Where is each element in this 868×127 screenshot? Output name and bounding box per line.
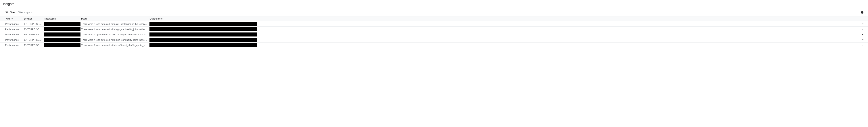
cell-type: Performance: [5, 38, 23, 41]
cell-reservation: [44, 27, 81, 31]
cell-location: ENTERPRISE…: [24, 38, 43, 41]
cell-explore: [150, 43, 257, 47]
cell-detail: There were 4 jobs detected with high_car…: [81, 38, 149, 41]
cell-type: Performance: [5, 23, 23, 25]
redacted-block: [150, 27, 257, 31]
cell-reservation: [44, 22, 81, 26]
cell-explore: [150, 27, 257, 31]
sort-asc-icon: [11, 18, 13, 20]
filter-icon: [5, 11, 8, 14]
help-icon[interactable]: [861, 11, 864, 14]
cell-type: Performance: [5, 44, 23, 46]
table-row: Performance ENTERPRISE… There were 4 job…: [0, 37, 868, 42]
cell-location: ENTERPRISE…: [24, 33, 43, 36]
cell-detail: There were 6 jobs detected with slot_con…: [81, 23, 149, 25]
redacted-block: [150, 43, 257, 47]
table-row: Performance ENTERPRISE… There were 6 job…: [0, 21, 868, 27]
cell-type: Performance: [5, 33, 23, 36]
cell-location: ENTERPRISE…: [24, 28, 43, 31]
cell-location: ENTERPRISE…: [24, 44, 43, 46]
redacted-block: [44, 22, 81, 26]
cell-type: Performance: [5, 28, 23, 31]
redacted-block: [150, 22, 257, 26]
cell-reservation: [44, 43, 81, 47]
filter-input[interactable]: [17, 10, 859, 14]
column-header-explore[interactable]: Explore more: [150, 18, 257, 20]
table-row: Performance ENTERPRISE… There were 4 job…: [0, 27, 868, 32]
expand-row-button[interactable]: [861, 22, 864, 26]
cell-detail: There were 42 jobs detected with bi_engi…: [81, 33, 149, 36]
cell-location: ENTERPRISE…: [24, 23, 43, 25]
insights-table: Type Location Reservation Detail Explore…: [0, 16, 868, 48]
column-header-detail[interactable]: Detail: [81, 18, 149, 20]
filter-label-text: Filter: [10, 11, 15, 14]
redacted-block: [44, 32, 81, 36]
redacted-block: [150, 32, 257, 36]
redacted-block: [44, 38, 81, 42]
cell-reservation: [44, 38, 81, 42]
table-body: Performance ENTERPRISE… There were 6 job…: [0, 21, 868, 48]
column-header-location[interactable]: Location: [24, 18, 43, 20]
table-row: Performance ENTERPRISE… There were 2 job…: [0, 42, 868, 48]
filter-bar: Filter: [0, 8, 868, 16]
table-row: Performance ENTERPRISE… There were 42 jo…: [0, 32, 868, 37]
table-header: Type Location Reservation Detail Explore…: [0, 16, 868, 21]
column-header-type-label: Type: [5, 18, 10, 20]
redacted-block: [44, 27, 81, 31]
cell-explore: [150, 22, 257, 26]
page-title: Insights: [0, 0, 868, 8]
redacted-block: [150, 38, 257, 42]
cell-reservation: [44, 32, 81, 36]
expand-row-button[interactable]: [861, 28, 864, 31]
cell-explore: [150, 38, 257, 42]
expand-row-button[interactable]: [861, 38, 864, 41]
cell-detail: There were 4 jobs detected with high_car…: [81, 28, 149, 31]
cell-detail: There were 2 jobs detected with insuffic…: [81, 44, 149, 46]
column-header-type[interactable]: Type: [5, 18, 23, 20]
expand-row-button[interactable]: [861, 43, 864, 47]
cell-explore: [150, 32, 257, 36]
column-header-reservation[interactable]: Reservation: [44, 18, 81, 20]
redacted-block: [44, 43, 81, 47]
filter-label: Filter: [5, 11, 15, 14]
expand-row-button[interactable]: [861, 33, 864, 36]
